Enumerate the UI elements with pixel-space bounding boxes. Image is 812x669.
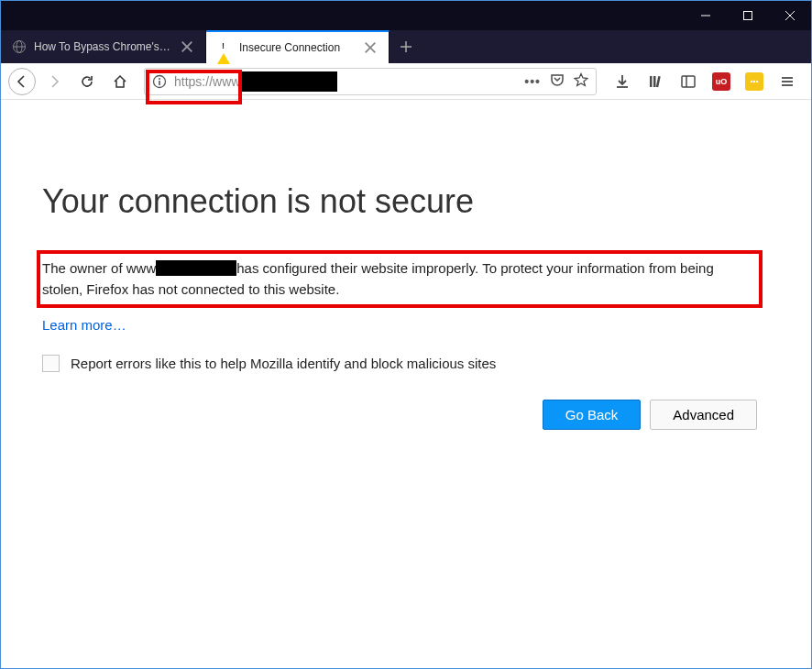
svg-rect-15 <box>159 81 160 85</box>
page-actions: ••• <box>524 72 588 90</box>
redacted-domain <box>156 260 236 276</box>
bookmark-star-icon[interactable] <box>574 72 588 90</box>
svg-rect-20 <box>682 76 695 87</box>
button-row: Go Back Advanced <box>42 400 757 430</box>
library-icon[interactable] <box>642 69 668 94</box>
page-title: Your connection is not secure <box>42 182 757 221</box>
url-bar[interactable]: https://www ••• <box>144 68 597 95</box>
warning-icon <box>217 40 232 55</box>
report-error-label: Report errors like this to help Mozilla … <box>71 356 496 371</box>
svg-point-23 <box>753 80 755 82</box>
info-icon <box>152 74 167 89</box>
error-description: The owner of wwwhas configured their web… <box>42 256 757 302</box>
svg-point-14 <box>159 78 160 80</box>
back-button[interactable] <box>8 68 36 95</box>
tab-title: How To Bypass Chrome's HSTS Wa <box>34 40 172 53</box>
window-controls <box>685 1 811 30</box>
close-icon[interactable] <box>363 40 378 55</box>
url-text[interactable]: https://www <box>174 71 517 92</box>
advanced-button[interactable]: Advanced <box>650 400 757 430</box>
error-text-pre: The owner of www <box>42 260 156 276</box>
annotation-highlight <box>37 250 763 308</box>
forward-button[interactable] <box>39 67 69 96</box>
tab-active[interactable]: Insecure Connection <box>206 30 390 63</box>
error-page: Your connection is not secure The owner … <box>1 100 811 430</box>
ublock-icon[interactable]: uO <box>708 69 734 94</box>
report-error-row: Report errors like this to help Mozilla … <box>42 355 757 372</box>
tab-title: Insecure Connection <box>239 41 356 54</box>
extension-badge-icon[interactable] <box>741 69 767 94</box>
globe-icon <box>12 39 27 54</box>
svg-point-22 <box>751 80 752 82</box>
learn-more-link[interactable]: Learn more… <box>42 317 126 333</box>
svg-rect-18 <box>653 76 656 87</box>
url-prefix: https://www <box>174 74 240 89</box>
hamburger-menu-icon[interactable] <box>774 69 800 94</box>
go-back-button[interactable]: Go Back <box>543 400 642 430</box>
svg-rect-19 <box>656 75 661 86</box>
window-titlebar <box>1 1 811 30</box>
close-icon[interactable] <box>180 39 194 54</box>
window-close-button[interactable] <box>769 1 811 30</box>
window-minimize-button[interactable] <box>685 1 727 30</box>
sidebar-icon[interactable] <box>675 69 701 94</box>
svg-rect-17 <box>650 76 653 87</box>
tab-bar: How To Bypass Chrome's HSTS Wa Insecure … <box>1 30 811 63</box>
toolbar-extensions: uO <box>606 69 804 94</box>
reload-button[interactable] <box>72 67 102 96</box>
report-error-checkbox[interactable] <box>42 355 60 372</box>
window-maximize-button[interactable] <box>727 1 769 30</box>
tab-inactive[interactable]: How To Bypass Chrome's HSTS Wa <box>1 30 206 63</box>
urlbar-container: https://www ••• <box>144 68 597 95</box>
svg-rect-1 <box>744 12 752 20</box>
svg-point-24 <box>756 80 758 82</box>
page-actions-menu-icon[interactable]: ••• <box>524 74 541 89</box>
home-button[interactable] <box>105 67 135 96</box>
redacted-domain <box>242 71 337 92</box>
site-identity[interactable] <box>152 74 167 89</box>
downloads-icon[interactable] <box>609 69 635 94</box>
new-tab-button[interactable] <box>390 30 422 63</box>
pocket-icon[interactable] <box>550 72 565 90</box>
toolbar: https://www ••• uO <box>1 63 811 100</box>
